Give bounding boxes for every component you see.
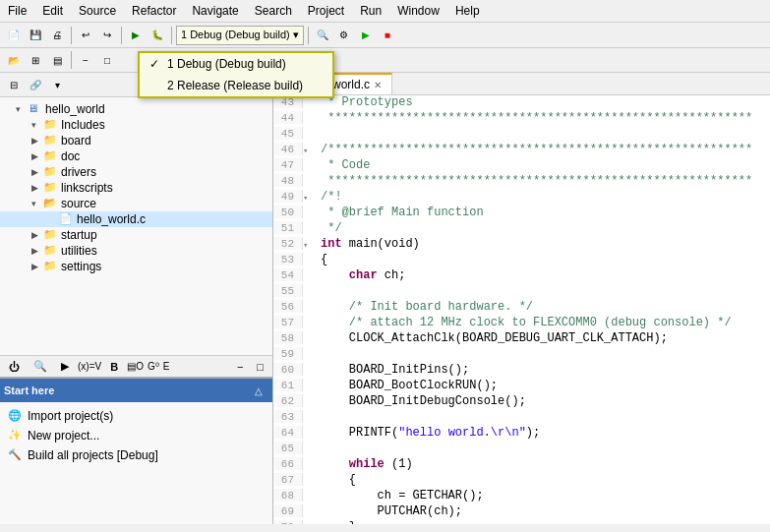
menu-source[interactable]: Source bbox=[71, 2, 124, 20]
dropdown-item-release[interactable]: 2 Release (Release build) bbox=[140, 75, 332, 96]
menu-navigate[interactable]: Navigate bbox=[184, 2, 246, 20]
link-editor-btn[interactable]: 🔗 bbox=[26, 75, 45, 94]
debug-btn[interactable]: 🐛 bbox=[148, 26, 167, 45]
fold-arrow[interactable] bbox=[303, 347, 313, 350]
menu-edit[interactable]: Edit bbox=[34, 2, 71, 20]
minimize-btn[interactable]: − bbox=[76, 50, 95, 70]
code-editor[interactable]: 43 * Prototypes44 **********************… bbox=[273, 95, 770, 524]
menu-refactor[interactable]: Refactor bbox=[124, 2, 184, 20]
tree-utilities[interactable]: ▶ 📁 utilities bbox=[0, 243, 272, 259]
fold-arrow[interactable] bbox=[303, 363, 313, 366]
new-file-btn[interactable]: 📄 bbox=[4, 26, 24, 45]
fold-arrow[interactable] bbox=[303, 442, 313, 444]
fold-arrow[interactable] bbox=[303, 410, 313, 413]
fold-arrow[interactable] bbox=[303, 206, 313, 208]
view-btn[interactable]: ▤ bbox=[47, 50, 67, 70]
run-green-btn[interactable]: ▶ bbox=[356, 26, 376, 45]
fold-arrow[interactable]: ▾ bbox=[303, 143, 313, 156]
build-all-item[interactable]: 🔨 Build all projects [Debug] bbox=[0, 445, 272, 465]
tree-doc[interactable]: ▶ 📁 doc bbox=[0, 148, 272, 164]
build-all-label: Build all projects [Debug] bbox=[28, 448, 158, 462]
utilities-label: utilities bbox=[61, 244, 97, 258]
build-config-btn[interactable]: 1 Debug (Debug build) ▾ bbox=[176, 26, 304, 45]
fold-arrow[interactable] bbox=[303, 316, 313, 319]
undo-btn[interactable]: ↩ bbox=[76, 26, 95, 45]
settings-btn[interactable]: ⚙ bbox=[334, 26, 354, 45]
dropdown-item-debug-label: 1 Debug (Debug build) bbox=[167, 57, 286, 71]
tree-project[interactable]: ▾ 🖥 hello_world bbox=[0, 101, 272, 117]
fold-arrow[interactable] bbox=[303, 426, 313, 429]
fold-arrow[interactable] bbox=[303, 489, 313, 492]
code-line-57: 57 /* attach 12 MHz clock to FLEXCOMM0 (… bbox=[273, 316, 770, 331]
fold-arrow[interactable]: ▾ bbox=[303, 237, 313, 251]
maximize-start-btn[interactable]: △ bbox=[249, 381, 268, 400]
fold-arrow[interactable] bbox=[303, 284, 313, 287]
maximize-bottom-btn[interactable]: □ bbox=[252, 359, 268, 375]
line-number: 44 bbox=[273, 111, 303, 124]
menu-file[interactable]: File bbox=[0, 2, 34, 20]
folder-icon: 📁 bbox=[43, 165, 59, 179]
fold-arrow[interactable]: ▾ bbox=[303, 190, 313, 204]
menu-window[interactable]: Window bbox=[389, 2, 447, 20]
bold-btn[interactable]: B bbox=[105, 359, 123, 375]
tree-linkscripts[interactable]: ▶ 📁 linkscripts bbox=[0, 180, 272, 196]
check-icon: ✓ bbox=[149, 57, 161, 71]
fold-arrow[interactable] bbox=[303, 473, 313, 476]
search-bar-btn[interactable]: 🔍 bbox=[29, 358, 52, 375]
terminal-btn[interactable]: ▶ bbox=[56, 358, 74, 375]
fold-arrow[interactable] bbox=[303, 394, 313, 397]
menu-help[interactable]: Help bbox=[447, 2, 488, 20]
left-bottom-bar: ⏻ 🔍 ▶ (x)=V B ▤O G⁰ E − □ bbox=[0, 355, 272, 377]
fold-arrow[interactable] bbox=[303, 174, 313, 177]
import-project-item[interactable]: 🌐 Import project(s) bbox=[0, 406, 272, 426]
menu-run[interactable]: Run bbox=[352, 2, 389, 20]
code-line-67: 67 { bbox=[273, 473, 770, 489]
fold-arrow[interactable] bbox=[303, 504, 313, 507]
fold-arrow[interactable] bbox=[303, 111, 313, 114]
search-btn[interactable]: 🔍 bbox=[313, 26, 332, 45]
fold-arrow[interactable] bbox=[303, 158, 313, 161]
tree-settings[interactable]: ▶ 📁 settings bbox=[0, 259, 272, 274]
dropdown-item-debug[interactable]: ✓ 1 Debug (Debug build) bbox=[140, 53, 332, 75]
fold-arrow[interactable] bbox=[303, 253, 313, 256]
tree-includes[interactable]: ▾ 📁 Includes bbox=[0, 117, 272, 133]
tab-close-btn[interactable]: ✕ bbox=[374, 80, 382, 90]
tree-source[interactable]: ▾ 📂 source bbox=[0, 196, 272, 211]
tree-hello-world-c[interactable]: 📄 hello_world.c bbox=[0, 211, 272, 227]
save-btn[interactable]: 💾 bbox=[26, 26, 45, 45]
menu-search[interactable]: Search bbox=[247, 2, 300, 20]
minimize-bottom-btn[interactable]: − bbox=[232, 359, 248, 375]
tree-drivers[interactable]: ▶ 📁 drivers bbox=[0, 164, 272, 180]
line-number: 66 bbox=[273, 457, 303, 470]
collapse-all-btn[interactable]: ⊟ bbox=[4, 75, 24, 94]
explorer-menu-btn[interactable]: ▾ bbox=[47, 75, 67, 94]
line-content: PRINTF("hello world.\r\n"); bbox=[313, 426, 540, 440]
fold-arrow[interactable] bbox=[303, 127, 313, 130]
import-project-label: Import project(s) bbox=[28, 409, 113, 423]
stop-btn[interactable]: ■ bbox=[378, 26, 397, 45]
new-project-item[interactable]: ✨ New project... bbox=[0, 426, 272, 445]
code-line-61: 61 BOARD_BootClockRUN(); bbox=[273, 379, 770, 394]
fold-arrow[interactable] bbox=[303, 300, 313, 303]
fold-arrow[interactable] bbox=[303, 331, 313, 334]
code-line-64: 64 PRINTF("hello world.\r\n"); bbox=[273, 426, 770, 442]
menu-project[interactable]: Project bbox=[300, 2, 352, 20]
project-icon: 🖥 bbox=[28, 102, 43, 116]
run-btn[interactable]: ▶ bbox=[126, 26, 146, 45]
perspective-btn[interactable]: ⊞ bbox=[26, 50, 45, 70]
tree-startup[interactable]: ▶ 📁 startup bbox=[0, 227, 272, 243]
code-line-58: 58 CLOCK_AttachClk(BOARD_DEBUG_UART_CLK_… bbox=[273, 331, 770, 347]
maximize-btn[interactable]: □ bbox=[97, 50, 117, 70]
import-icon: 🌐 bbox=[8, 409, 22, 423]
line-content: while (1) bbox=[313, 457, 413, 471]
fold-arrow[interactable] bbox=[303, 221, 313, 224]
fold-arrow[interactable] bbox=[303, 268, 313, 271]
fold-arrow[interactable] bbox=[303, 520, 313, 523]
fold-arrow[interactable] bbox=[303, 457, 313, 460]
fold-arrow[interactable] bbox=[303, 379, 313, 382]
print-btn[interactable]: 🖨 bbox=[47, 26, 67, 45]
power-btn[interactable]: ⏻ bbox=[4, 359, 25, 375]
tree-board[interactable]: ▶ 📁 board bbox=[0, 133, 272, 148]
redo-btn[interactable]: ↪ bbox=[97, 26, 117, 45]
open-btn[interactable]: 📂 bbox=[4, 50, 24, 70]
